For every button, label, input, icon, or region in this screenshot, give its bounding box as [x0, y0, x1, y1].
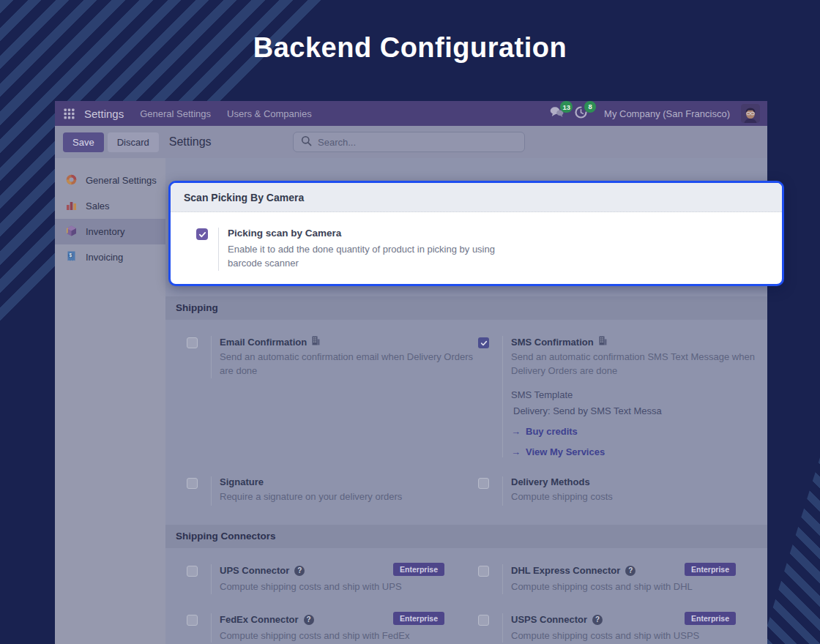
search-placeholder: Search...: [318, 137, 356, 148]
setting-signature: Signature Require a signature on your de…: [187, 476, 478, 506]
search-icon: [301, 135, 312, 149]
settings-sidebar: General Settings Sales: [55, 158, 165, 644]
setting-delivery-methods: Delivery Methods Compute shipping costs: [478, 476, 769, 506]
discard-button[interactable]: Discard: [108, 132, 159, 152]
setting-description: Compute shipping costs and ship with DHL: [511, 580, 769, 594]
setting-description: Compute shipping costs and ship with UPS: [220, 580, 478, 594]
invoicing-icon: $: [65, 250, 78, 265]
setting-label[interactable]: USPS Connector: [511, 614, 587, 625]
setting-description: Compute shipping costs and ship with Fed…: [220, 629, 478, 643]
messages-count-badge: 13: [560, 101, 573, 113]
checkbox-sms-confirmation-checked[interactable]: [478, 337, 489, 348]
sales-icon: [65, 199, 78, 214]
setting-description: Send an automatic confirmation SMS Text …: [511, 351, 769, 378]
settings-content: Scan Picking By Camera Picking scan by C…: [165, 158, 767, 644]
setting-label[interactable]: Delivery Methods: [511, 476, 590, 487]
setting-picking-scan: Picking scan by Camera Enable it to add …: [171, 212, 782, 271]
top-navbar: Settings General Settings Users & Compan…: [55, 101, 767, 126]
help-icon[interactable]: ?: [304, 615, 314, 625]
enterprise-badge: Enterprise: [393, 563, 444, 576]
checkbox-picking-scan-checked[interactable]: [196, 228, 208, 240]
messages-button[interactable]: 13: [550, 106, 564, 121]
menu-general-settings[interactable]: General Settings: [140, 108, 211, 119]
sidebar-item-label: Inventory: [86, 226, 124, 237]
setting-description: Compute shipping costs: [511, 490, 769, 504]
view-my-services-link[interactable]: → View My Services: [511, 446, 769, 457]
setting-dhl-connector: DHL Express Connector ? Enterprise Compu…: [478, 564, 769, 594]
setting-label[interactable]: Picking scan by Camera: [228, 228, 521, 239]
svg-text:$: $: [69, 252, 72, 258]
sidebar-item-sales[interactable]: Sales: [55, 193, 165, 219]
setting-label[interactable]: SMS Confirmation: [511, 337, 594, 348]
save-button[interactable]: Save: [63, 132, 104, 152]
setting-description: Enable it to add the done quantity of pr…: [228, 243, 521, 271]
sidebar-item-label: Sales: [86, 201, 110, 211]
navbar-right: 13 8 My Company (San Francisco): [550, 104, 760, 123]
sidebar-item-label: General Settings: [86, 175, 157, 186]
enterprise-badge: Enterprise: [685, 612, 736, 625]
help-icon[interactable]: ?: [294, 566, 305, 576]
setting-label[interactable]: FedEx Connector: [220, 614, 299, 625]
section-title: Scan Picking By Camera: [171, 183, 782, 212]
highlighted-section-scan-picking: Scan Picking By Camera Picking scan by C…: [168, 181, 784, 286]
app-body: General Settings Sales: [55, 158, 767, 644]
arrow-right-icon: →: [511, 446, 521, 457]
sidebar-item-label: Invoicing: [86, 252, 123, 263]
sidebar-item-invoicing[interactable]: $ Invoicing: [55, 244, 165, 270]
setting-description: Require a signature on your delivery ord…: [220, 490, 478, 504]
setting-description: Send an automatic confirmation email whe…: [220, 351, 478, 378]
setting-usps-connector: USPS Connector ? Enterprise Compute ship…: [478, 613, 769, 643]
control-bar: Save Discard Settings Search...: [55, 126, 767, 158]
setting-sms-confirmation: SMS Confirmation: [478, 336, 769, 457]
app-name[interactable]: Settings: [84, 108, 124, 120]
setting-email-confirmation: Email Confirmation: [187, 336, 478, 457]
user-avatar[interactable]: [741, 104, 760, 123]
link-label: View My Services: [526, 446, 605, 457]
inventory-icon: [65, 225, 78, 239]
activities-count-badge: 8: [584, 101, 596, 113]
checkbox-signature[interactable]: [187, 478, 198, 489]
page-title: Backend Configuration: [0, 32, 820, 64]
company-building-icon: [599, 336, 607, 348]
link-label: Buy credits: [526, 426, 578, 437]
checkbox-ups-connector[interactable]: [187, 566, 198, 577]
section-header-shipping: Shipping: [165, 296, 767, 320]
search-input[interactable]: Search...: [293, 132, 525, 152]
setting-ups-connector: UPS Connector ? Enterprise Compute shipp…: [187, 564, 478, 594]
setting-label[interactable]: DHL Express Connector: [511, 565, 620, 576]
corner-stripes-bottom-right: [761, 457, 820, 644]
help-icon[interactable]: ?: [625, 566, 636, 576]
section-header-shipping-connectors: Shipping Connectors: [165, 525, 767, 548]
arrow-right-icon: →: [511, 426, 521, 437]
connectors-section-body: UPS Connector ? Enterprise Compute shipp…: [165, 548, 767, 644]
apps-grid-icon[interactable]: [64, 108, 75, 119]
setting-label[interactable]: Signature: [220, 476, 264, 487]
setting-description: Compute shipping costs and ship with USP…: [511, 629, 769, 643]
buy-credits-link[interactable]: → Buy credits: [511, 426, 769, 437]
checkbox-dhl-connector[interactable]: [478, 566, 489, 577]
enterprise-badge: Enterprise: [393, 612, 444, 625]
sms-template-value[interactable]: Delivery: Send by SMS Text Messa: [511, 405, 769, 416]
setting-fedex-connector: FedEx Connector ? Enterprise Compute shi…: [187, 613, 478, 643]
enterprise-badge: Enterprise: [685, 563, 736, 576]
sms-template-label: SMS Template: [511, 389, 769, 400]
odoo-app-window: Settings General Settings Users & Compan…: [55, 101, 767, 644]
checkbox-usps-connector[interactable]: [478, 615, 489, 626]
sidebar-item-inventory[interactable]: Inventory: [55, 219, 165, 244]
setting-label[interactable]: Email Confirmation: [220, 337, 307, 348]
breadcrumb: Settings: [169, 135, 212, 149]
general-settings-icon: [65, 173, 78, 188]
checkbox-fedex-connector[interactable]: [187, 615, 198, 626]
checkbox-email-confirmation[interactable]: [187, 337, 198, 348]
shipping-section-body: Email Confirmation: [165, 320, 767, 525]
setting-label[interactable]: UPS Connector: [220, 565, 289, 576]
checkbox-delivery-methods[interactable]: [478, 478, 489, 489]
activities-button[interactable]: 8: [575, 106, 587, 121]
help-icon[interactable]: ?: [592, 615, 603, 625]
company-switcher[interactable]: My Company (San Francisco): [604, 108, 730, 119]
sidebar-item-general-settings[interactable]: General Settings: [55, 168, 165, 193]
company-building-icon: [312, 336, 320, 348]
menu-users-companies[interactable]: Users & Companies: [227, 108, 312, 119]
